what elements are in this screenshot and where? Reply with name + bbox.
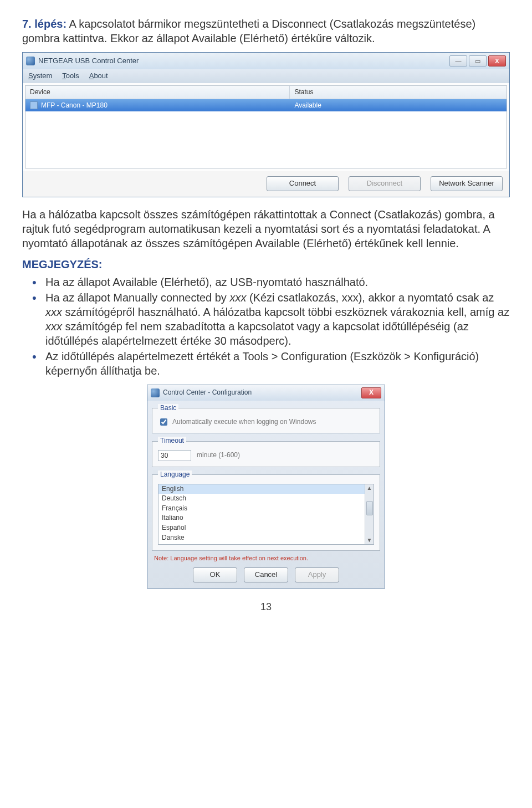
lang-italiano[interactable]: Italiano: [158, 513, 374, 523]
network-scanner-button[interactable]: Network Scanner: [431, 176, 503, 191]
notes-list: Ha az állapot Available (Elérhető), az U…: [32, 275, 510, 378]
config-app-icon: [151, 388, 160, 397]
scroll-down-icon[interactable]: ▼: [366, 536, 374, 544]
step-text: A kapcsolatot bármikor megszüntetheti a …: [22, 18, 475, 44]
timeout-input[interactable]: [158, 450, 191, 461]
bullet-1: Ha az állapot Available (Elérhető), az U…: [32, 275, 510, 289]
config-close-button[interactable]: X: [361, 387, 381, 398]
menu-about[interactable]: About: [89, 71, 108, 81]
language-note: Note: Language setting will take effect …: [154, 554, 378, 562]
note-label: MEGJEGYZÉS:: [22, 257, 510, 272]
step-label: 7. lépés:: [22, 18, 66, 30]
menu-system[interactable]: System: [28, 71, 52, 81]
scroll-thumb[interactable]: [366, 501, 373, 515]
device-status: Available: [290, 100, 507, 111]
device-list-header: Device Status: [25, 86, 507, 100]
netgear-window: NETGEAR USB Control Center — ▭ X System …: [22, 52, 510, 197]
maximize-button[interactable]: ▭: [469, 55, 487, 67]
language-scrollbar[interactable]: ▲ ▼: [365, 484, 374, 544]
timeout-unit: minute (1-600): [197, 451, 240, 460]
autostart-label: Automatically execute when logging on Wi…: [172, 418, 316, 427]
apply-button: Apply: [295, 567, 339, 582]
autostart-checkbox[interactable]: [160, 418, 167, 426]
lang-espanol[interactable]: Español: [158, 523, 374, 533]
para-autoqueue: Ha a hálózatba kapcsolt összes számítógé…: [22, 207, 510, 250]
ok-button[interactable]: OK: [193, 567, 237, 582]
device-list[interactable]: Device Status MFP - Canon - MP180 Availa…: [25, 85, 507, 168]
scroll-up-icon[interactable]: ▲: [366, 484, 374, 492]
config-titlebar[interactable]: Control Center - Configuration X: [147, 385, 385, 401]
col-device[interactable]: Device: [25, 86, 290, 99]
col-status[interactable]: Status: [290, 86, 507, 99]
config-buttons: OK Cancel Apply: [147, 563, 385, 585]
timeout-legend: Timeout: [158, 437, 186, 446]
page-number: 13: [22, 601, 510, 613]
autostart-checkbox-row[interactable]: Automatically execute when logging on Wi…: [158, 417, 374, 427]
device-row-selected[interactable]: MFP - Canon - MP180 Available: [25, 99, 507, 111]
timeout-group: Timeout minute (1-600): [152, 437, 380, 467]
language-listbox[interactable]: English Deutsch Français Italiano Españo…: [158, 484, 374, 545]
config-title: Control Center - Configuration: [163, 388, 252, 397]
lang-danske[interactable]: Danske: [158, 533, 374, 543]
step-paragraph: 7. lépés: A kapcsolatot bármikor megszün…: [22, 17, 510, 45]
window-title: NETGEAR USB Control Center: [38, 57, 139, 66]
window-buttons: Connect Disconnect Network Scanner: [23, 171, 509, 197]
language-legend: Language: [158, 471, 192, 479]
lang-english[interactable]: English: [158, 484, 374, 494]
minimize-button[interactable]: —: [449, 55, 467, 67]
printer-icon: [30, 101, 38, 109]
config-dialog: Control Center - Configuration X Basic A…: [147, 385, 385, 589]
lang-deutsch[interactable]: Deutsch: [158, 494, 374, 504]
disconnect-button: Disconnect: [349, 176, 421, 191]
menu-tools[interactable]: Tools: [62, 71, 79, 81]
window-titlebar[interactable]: NETGEAR USB Control Center — ▭ X: [23, 53, 509, 69]
bullet-2: Ha az állapot Manually connected by xxx …: [32, 290, 510, 348]
app-icon: [26, 57, 35, 65]
cancel-button[interactable]: Cancel: [244, 567, 288, 582]
menubar: System Tools About: [23, 69, 509, 83]
basic-legend: Basic: [158, 404, 178, 413]
device-name: MFP - Canon - MP180: [41, 101, 108, 110]
basic-group: Basic Automatically execute when logging…: [152, 404, 380, 434]
bullet-3: Az időtúllépés alapértelmezett értékét a…: [32, 349, 510, 378]
connect-button[interactable]: Connect: [267, 176, 339, 191]
close-button[interactable]: X: [488, 55, 506, 67]
lang-francais[interactable]: Français: [158, 504, 374, 514]
language-group: Language English Deutsch Français Italia…: [152, 471, 380, 551]
